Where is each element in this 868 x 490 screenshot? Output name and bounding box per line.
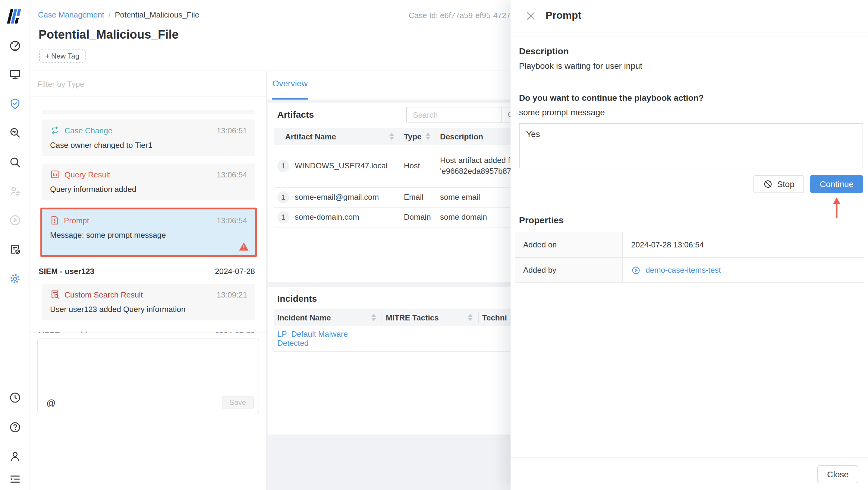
custom-search-icon xyxy=(50,290,60,299)
comment-input[interactable] xyxy=(38,339,258,393)
stop-icon xyxy=(763,179,773,189)
new-tag-button[interactable]: + New Tag xyxy=(39,50,85,63)
timeline-panel: Filter by Type Case Change 13:06:51 Case… xyxy=(30,71,267,490)
prompt-question: Do you want to continue the playbook act… xyxy=(519,93,863,103)
active-tab-underline xyxy=(272,98,308,99)
properties-table: Added on 2024-07-28 13:06:54 Added by de… xyxy=(516,232,864,283)
timeline-item-message: User user123 added Query information xyxy=(50,305,247,314)
group-source-label: USER - secbi xyxy=(38,330,87,333)
investigate-icon[interactable] xyxy=(8,126,21,139)
continue-button[interactable]: Continue xyxy=(810,175,863,193)
timeline-item-type: Prompt xyxy=(64,216,89,225)
prompt-file-icon xyxy=(50,215,59,225)
save-comment-button[interactable]: Save xyxy=(221,396,254,409)
comment-box: @ Save xyxy=(37,339,259,413)
close-button[interactable]: Close xyxy=(817,465,858,483)
column-header-incident-name[interactable]: Incident Name xyxy=(274,309,382,326)
timeline-item-type: Case Change xyxy=(64,126,113,135)
case-id-label: Case Id: e6f77a59-ef95-4727- xyxy=(409,11,513,20)
settings-gear-icon[interactable] xyxy=(8,272,21,285)
profile-icon[interactable] xyxy=(8,450,21,463)
playbooks-icon[interactable] xyxy=(8,214,21,227)
page-title: Potential_Malicious_File xyxy=(38,28,179,41)
column-header-type[interactable]: Type xyxy=(400,128,436,145)
monitoring-icon[interactable] xyxy=(8,68,21,81)
timeline-item-time: 13:06:54 xyxy=(217,216,247,225)
property-row: Added on 2024-07-28 13:06:54 xyxy=(516,232,864,257)
timeline-card-partial[interactable] xyxy=(42,110,255,114)
timeline-group-header: SIEM - user123 2024-07-28 xyxy=(38,264,255,278)
prompt-message: some prompt message xyxy=(519,108,863,117)
incident-name-link[interactable]: LP_Default Malware Detected xyxy=(277,329,348,348)
search-icon[interactable] xyxy=(8,156,21,169)
comment-section: @ Save xyxy=(30,333,267,490)
description-label: Description xyxy=(519,46,863,56)
mention-icon[interactable]: @ xyxy=(46,397,56,408)
filter-by-type-select[interactable]: Filter by Type xyxy=(30,71,267,97)
breadcrumb-separator: / xyxy=(108,10,111,19)
logpoint-logo[interactable] xyxy=(7,8,22,25)
group-source-label: SIEM - user123 xyxy=(38,266,94,276)
timeline-card-prompt-highlighted[interactable]: Prompt 13:06:54 Message: some prompt mes… xyxy=(40,208,257,257)
timeline-item-message: Query information added xyxy=(50,185,247,194)
description-text: Playbook is waiting for user input xyxy=(519,61,863,70)
tab-overview[interactable]: Overview xyxy=(273,79,308,88)
sort-icon[interactable] xyxy=(468,314,472,321)
drawer-actions: Stop Continue xyxy=(753,175,863,193)
artifact-name: some-email@gmail.com xyxy=(295,193,379,202)
sort-icon[interactable] xyxy=(371,314,376,321)
count-badge: 1 xyxy=(277,211,289,223)
history-clock-icon[interactable] xyxy=(8,391,21,404)
property-value: 2024-07-28 13:06:54 xyxy=(623,240,704,249)
timeline-item-type: Custom Search Result xyxy=(64,290,143,299)
help-icon[interactable] xyxy=(8,421,21,434)
properties-label: Properties xyxy=(519,215,564,225)
count-badge: 1 xyxy=(277,191,289,203)
warning-icon xyxy=(239,242,249,251)
column-header-mitre-tactics[interactable]: MITRE Tactics xyxy=(382,309,478,326)
stop-button[interactable]: Stop xyxy=(753,175,804,193)
security-shield-icon[interactable] xyxy=(8,97,21,110)
close-icon[interactable] xyxy=(526,11,536,21)
timeline-card-case-change[interactable]: Case Change 13:06:51 Case owner changed … xyxy=(42,119,255,156)
artifacts-search xyxy=(406,107,521,122)
artifact-type: Host xyxy=(400,145,436,187)
timeline-group-header: USER - secbi 2024-07-28 xyxy=(38,328,255,333)
artifact-name: some-domain.com xyxy=(295,212,359,222)
timeline-card-custom-search[interactable]: Custom Search Result 13:09:21 User user1… xyxy=(42,284,255,320)
added-by-link[interactable]: demo-case-items-test xyxy=(646,265,721,275)
sidebar xyxy=(0,0,30,490)
artifact-name: WINDOWS_USER47.local xyxy=(295,162,388,171)
prompt-response-textarea[interactable]: Yes xyxy=(519,123,863,168)
artifact-type: Email xyxy=(400,187,436,207)
loop-icon xyxy=(50,125,60,135)
timeline-item-time: 13:06:54 xyxy=(217,170,247,179)
timeline-card-query-result[interactable]: Query Result 13:06:54 Query information … xyxy=(42,164,255,200)
timeline-list: Case Change 13:06:51 Case owner changed … xyxy=(30,97,267,333)
count-badge: 1 xyxy=(277,160,289,172)
artifacts-title: Artifacts xyxy=(277,109,314,119)
case-management-app: Case Management / Potential_Malicious_Fi… xyxy=(0,0,868,490)
new-tag-label: New Tag xyxy=(51,52,79,60)
dashboard-icon[interactable] xyxy=(8,39,21,52)
user-sync-icon[interactable] xyxy=(8,185,21,198)
timeline-item-time: 13:09:21 xyxy=(217,290,247,299)
breadcrumb-case-management[interactable]: Case Management xyxy=(38,10,104,19)
property-key: Added on xyxy=(516,232,623,257)
query-result-icon xyxy=(50,170,60,179)
sort-icon[interactable] xyxy=(426,133,430,140)
group-date: 2024-07-28 xyxy=(215,266,255,276)
playbook-play-icon xyxy=(631,265,641,275)
collapse-menu-icon[interactable] xyxy=(8,473,21,486)
incidents-title: Incidents xyxy=(277,293,317,304)
artifacts-search-input[interactable] xyxy=(406,107,501,122)
group-date: 2024-07-28 xyxy=(215,330,255,333)
sort-icon[interactable] xyxy=(390,133,394,140)
timeline-item-message: Case owner changed to Tier1 xyxy=(50,141,247,150)
timeline-item-message: Message: some prompt message xyxy=(50,231,247,239)
artifact-type: Domain xyxy=(400,207,436,227)
reports-icon[interactable] xyxy=(8,243,21,256)
property-row: Added by demo-case-items-test xyxy=(516,257,864,282)
drawer-title: Prompt xyxy=(546,10,581,22)
column-header-artifact-name[interactable]: Artifact Name xyxy=(274,128,400,145)
